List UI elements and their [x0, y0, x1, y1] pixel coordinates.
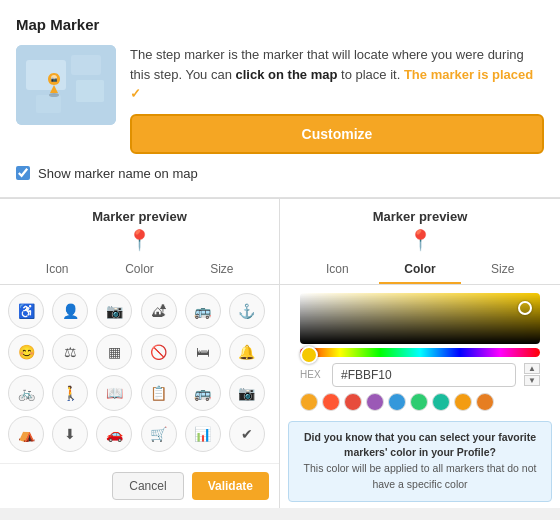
icon-cell[interactable]: 🚶 — [52, 375, 88, 411]
icon-cell[interactable]: 🚌 — [185, 375, 221, 411]
icon-cell[interactable]: 📋 — [141, 375, 177, 411]
hex-up-button[interactable]: ▲ — [524, 363, 540, 374]
svg-text:📷: 📷 — [51, 76, 58, 83]
left-marker-icon: 📍 — [0, 228, 279, 252]
svg-point-5 — [49, 93, 59, 97]
description-area: The step marker is the marker that will … — [130, 45, 544, 154]
swatch-4[interactable] — [366, 393, 384, 411]
swatch-7[interactable] — [432, 393, 450, 411]
swatch-8[interactable] — [454, 393, 472, 411]
icon-cell[interactable]: 🔔 — [229, 334, 265, 370]
hex-down-button[interactable]: ▼ — [524, 375, 540, 386]
panel-footer: Cancel Validate — [0, 463, 279, 508]
left-panel: Marker preview 📍 Icon Color Size ♿ 👤 📷 🏕… — [0, 199, 280, 508]
left-panel-title: Marker preview — [0, 199, 279, 228]
swatch-5[interactable] — [388, 393, 406, 411]
icon-cell[interactable]: ⚓ — [229, 293, 265, 329]
tab-color-left[interactable]: Color — [98, 256, 180, 284]
right-panel: Marker preview 📍 Icon Color Size HEX ▲ ▼ — [280, 199, 560, 508]
bottom-panels: Marker preview 📍 Icon Color Size ♿ 👤 📷 🏕… — [0, 198, 560, 508]
right-marker-icon: 📍 — [280, 228, 560, 252]
show-marker-row: Show marker name on map — [16, 166, 544, 181]
svg-rect-1 — [26, 60, 66, 90]
section-title: Map Marker — [16, 16, 544, 33]
icon-cell[interactable]: 🛒 — [141, 416, 177, 452]
icon-cell[interactable]: 🚗 — [96, 416, 132, 452]
icon-cell[interactable]: 🚌 — [185, 293, 221, 329]
icon-cell[interactable]: 👤 — [52, 293, 88, 329]
swatch-2[interactable] — [322, 393, 340, 411]
show-marker-checkbox[interactable] — [16, 166, 30, 180]
icon-cell[interactable]: 📖 — [96, 375, 132, 411]
description-text: The step marker is the marker that will … — [130, 45, 544, 104]
svg-rect-4 — [76, 80, 104, 102]
tab-size-right[interactable]: Size — [461, 256, 544, 284]
swatch-9[interactable] — [476, 393, 494, 411]
icon-cell[interactable]: ▦ — [96, 334, 132, 370]
color-gradient-picker[interactable] — [300, 293, 540, 345]
color-swatch-row — [300, 393, 540, 411]
hex-spinner: ▲ ▼ — [524, 363, 540, 386]
right-tabs-row: Icon Color Size — [280, 256, 560, 285]
icon-cell[interactable]: 📷 — [229, 375, 265, 411]
hex-input[interactable] — [332, 363, 516, 387]
svg-rect-3 — [36, 95, 61, 113]
tab-size-left[interactable]: Size — [181, 256, 263, 284]
icon-cell[interactable]: ⬇ — [52, 416, 88, 452]
icon-cell[interactable]: ♿ — [8, 293, 44, 329]
info-title: Did you know that you can select your fa… — [304, 431, 536, 459]
icon-cell[interactable]: 🚫 — [141, 334, 177, 370]
validate-button[interactable]: Validate — [192, 472, 269, 500]
map-thumbnail: 📷 — [16, 45, 116, 125]
swatch-6[interactable] — [410, 393, 428, 411]
top-section: Map Marker 📷 Th — [0, 0, 560, 198]
icon-cell[interactable]: 🛏 — [185, 334, 221, 370]
svg-rect-2 — [71, 55, 101, 75]
icon-cell[interactable]: 😊 — [8, 334, 44, 370]
icon-cell[interactable]: 🏕 — [141, 293, 177, 329]
left-tabs-row: Icon Color Size — [0, 256, 279, 285]
swatch-1[interactable] — [300, 393, 318, 411]
icon-cell[interactable]: ✔ — [229, 416, 265, 452]
hex-row: HEX ▲ ▼ — [300, 363, 540, 387]
info-box: Did you know that you can select your fa… — [288, 421, 552, 502]
icon-cell[interactable]: ⚖ — [52, 334, 88, 370]
icon-cell[interactable]: 📊 — [185, 416, 221, 452]
top-content: 📷 The step marker is the marker that wil… — [16, 45, 544, 154]
hue-bar[interactable] — [300, 348, 540, 356]
tab-color-right[interactable]: Color — [379, 256, 462, 284]
tab-icon-right[interactable]: Icon — [296, 256, 379, 284]
icon-cell[interactable]: ⛺ — [8, 416, 44, 452]
icon-cell[interactable]: 📷 — [96, 293, 132, 329]
swatch-3[interactable] — [344, 393, 362, 411]
hex-label: HEX — [300, 369, 324, 380]
right-panel-title: Marker preview — [280, 199, 560, 228]
desc-bold: click on the map — [236, 67, 338, 82]
desc-after-bold: to place it. — [337, 67, 400, 82]
customize-button[interactable]: Customize — [130, 114, 544, 154]
icon-cell[interactable]: 🚲 — [8, 375, 44, 411]
info-body: This color will be applied to all marker… — [304, 462, 537, 490]
icon-grid: ♿ 👤 📷 🏕 🚌 ⚓ 😊 ⚖ ▦ 🚫 🛏 🔔 🚲 🚶 📖 📋 🚌 📷 ⛺ ⬇ … — [0, 285, 279, 463]
tab-icon-left[interactable]: Icon — [16, 256, 98, 284]
cancel-button[interactable]: Cancel — [112, 472, 183, 500]
show-marker-label: Show marker name on map — [38, 166, 198, 181]
